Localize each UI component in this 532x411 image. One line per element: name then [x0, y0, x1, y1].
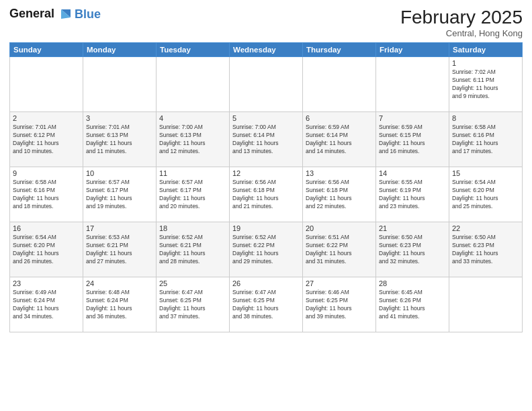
- calendar: Sunday Monday Tuesday Wednesday Thursday…: [9, 42, 523, 332]
- day-info: Sunrise: 6:50 AM Sunset: 6:23 PM Dayligh…: [379, 234, 446, 266]
- calendar-cell: [303, 57, 376, 112]
- day-number: 18: [159, 224, 226, 232]
- calendar-week-row: 23Sunrise: 6:49 AM Sunset: 6:24 PM Dayli…: [10, 277, 523, 332]
- calendar-week-row: 1Sunrise: 7:02 AM Sunset: 6:11 PM Daylig…: [10, 57, 523, 112]
- calendar-cell: [230, 57, 303, 112]
- col-friday: Friday: [376, 43, 449, 57]
- day-number: 8: [452, 114, 519, 122]
- calendar-cell: 10Sunrise: 6:57 AM Sunset: 6:17 PM Dayli…: [83, 167, 157, 222]
- day-info: Sunrise: 6:50 AM Sunset: 6:23 PM Dayligh…: [452, 234, 519, 266]
- day-number: 15: [452, 169, 519, 177]
- page: General Blue February 2025 Central, Hong…: [0, 0, 532, 411]
- col-saturday: Saturday: [449, 43, 523, 57]
- calendar-cell: 15Sunrise: 6:54 AM Sunset: 6:20 PM Dayli…: [449, 167, 523, 222]
- calendar-cell: [10, 57, 83, 112]
- day-info: Sunrise: 7:01 AM Sunset: 6:13 PM Dayligh…: [86, 124, 153, 156]
- day-number: 20: [306, 224, 373, 232]
- day-number: 10: [86, 169, 153, 177]
- calendar-cell: 22Sunrise: 6:50 AM Sunset: 6:23 PM Dayli…: [449, 222, 523, 277]
- logo-general: General: [9, 7, 54, 20]
- calendar-cell: 25Sunrise: 6:47 AM Sunset: 6:25 PM Dayli…: [157, 277, 230, 332]
- calendar-cell: 21Sunrise: 6:50 AM Sunset: 6:23 PM Dayli…: [376, 222, 449, 277]
- day-number: 24: [86, 279, 153, 287]
- col-sunday: Sunday: [10, 43, 83, 57]
- day-number: 17: [86, 224, 153, 232]
- calendar-cell: 5Sunrise: 7:00 AM Sunset: 6:14 PM Daylig…: [230, 112, 303, 167]
- day-number: 21: [379, 224, 446, 232]
- calendar-cell: 20Sunrise: 6:51 AM Sunset: 6:22 PM Dayli…: [303, 222, 376, 277]
- day-info: Sunrise: 6:46 AM Sunset: 6:25 PM Dayligh…: [306, 289, 373, 321]
- calendar-cell: 18Sunrise: 6:52 AM Sunset: 6:21 PM Dayli…: [157, 222, 230, 277]
- day-info: Sunrise: 6:54 AM Sunset: 6:20 PM Dayligh…: [452, 179, 519, 211]
- day-info: Sunrise: 6:57 AM Sunset: 6:17 PM Dayligh…: [86, 179, 153, 211]
- day-info: Sunrise: 7:00 AM Sunset: 6:13 PM Dayligh…: [159, 124, 226, 156]
- title-block: February 2025 Central, Hong Kong: [400, 7, 523, 38]
- calendar-cell: 8Sunrise: 6:58 AM Sunset: 6:16 PM Daylig…: [449, 112, 523, 167]
- day-info: Sunrise: 6:57 AM Sunset: 6:17 PM Dayligh…: [159, 179, 226, 211]
- day-info: Sunrise: 6:48 AM Sunset: 6:24 PM Dayligh…: [86, 289, 153, 321]
- calendar-cell: 4Sunrise: 7:00 AM Sunset: 6:13 PM Daylig…: [157, 112, 230, 167]
- calendar-cell: [83, 57, 157, 112]
- day-number: 16: [13, 224, 80, 232]
- calendar-cell: 12Sunrise: 6:56 AM Sunset: 6:18 PM Dayli…: [230, 167, 303, 222]
- day-info: Sunrise: 6:49 AM Sunset: 6:24 PM Dayligh…: [13, 289, 80, 321]
- day-number: 2: [13, 114, 80, 122]
- day-info: Sunrise: 7:01 AM Sunset: 6:12 PM Dayligh…: [13, 124, 80, 156]
- calendar-cell: 16Sunrise: 6:54 AM Sunset: 6:20 PM Dayli…: [10, 222, 83, 277]
- day-number: 28: [379, 279, 446, 287]
- day-number: 26: [232, 279, 300, 287]
- calendar-cell: 19Sunrise: 6:52 AM Sunset: 6:22 PM Dayli…: [230, 222, 303, 277]
- day-number: 3: [86, 114, 153, 122]
- col-tuesday: Tuesday: [157, 43, 230, 57]
- day-number: 7: [379, 114, 446, 122]
- day-info: Sunrise: 6:53 AM Sunset: 6:21 PM Dayligh…: [86, 234, 153, 266]
- day-number: 5: [232, 114, 300, 122]
- calendar-week-row: 2Sunrise: 7:01 AM Sunset: 6:12 PM Daylig…: [10, 112, 523, 167]
- calendar-cell: 7Sunrise: 6:59 AM Sunset: 6:15 PM Daylig…: [376, 112, 449, 167]
- day-number: 19: [232, 224, 300, 232]
- calendar-cell: 6Sunrise: 6:59 AM Sunset: 6:14 PM Daylig…: [303, 112, 376, 167]
- day-info: Sunrise: 6:58 AM Sunset: 6:16 PM Dayligh…: [13, 179, 80, 211]
- calendar-header-row: Sunday Monday Tuesday Wednesday Thursday…: [10, 43, 523, 57]
- calendar-cell: 9Sunrise: 6:58 AM Sunset: 6:16 PM Daylig…: [10, 167, 83, 222]
- calendar-cell: 23Sunrise: 6:49 AM Sunset: 6:24 PM Dayli…: [10, 277, 83, 332]
- day-number: 12: [232, 169, 300, 177]
- calendar-cell: 2Sunrise: 7:01 AM Sunset: 6:12 PM Daylig…: [10, 112, 83, 167]
- calendar-cell: 26Sunrise: 6:47 AM Sunset: 6:25 PM Dayli…: [230, 277, 303, 332]
- calendar-week-row: 9Sunrise: 6:58 AM Sunset: 6:16 PM Daylig…: [10, 167, 523, 222]
- calendar-cell: 11Sunrise: 6:57 AM Sunset: 6:17 PM Dayli…: [157, 167, 230, 222]
- calendar-cell: 27Sunrise: 6:46 AM Sunset: 6:25 PM Dayli…: [303, 277, 376, 332]
- day-info: Sunrise: 6:55 AM Sunset: 6:19 PM Dayligh…: [379, 179, 446, 211]
- day-number: 25: [159, 279, 226, 287]
- col-monday: Monday: [83, 43, 157, 57]
- day-number: 6: [306, 114, 373, 122]
- day-info: Sunrise: 6:52 AM Sunset: 6:21 PM Dayligh…: [159, 234, 226, 266]
- calendar-cell: 13Sunrise: 6:56 AM Sunset: 6:18 PM Dayli…: [303, 167, 376, 222]
- day-info: Sunrise: 6:59 AM Sunset: 6:14 PM Dayligh…: [306, 124, 373, 156]
- calendar-cell: 1Sunrise: 7:02 AM Sunset: 6:11 PM Daylig…: [449, 57, 523, 112]
- header: General Blue February 2025 Central, Hong…: [9, 7, 523, 38]
- logo-blue: Blue: [75, 7, 101, 21]
- day-info: Sunrise: 6:47 AM Sunset: 6:25 PM Dayligh…: [159, 289, 226, 321]
- day-number: 11: [159, 169, 226, 177]
- day-info: Sunrise: 6:45 AM Sunset: 6:26 PM Dayligh…: [379, 289, 446, 321]
- day-info: Sunrise: 6:56 AM Sunset: 6:18 PM Dayligh…: [232, 179, 300, 211]
- calendar-cell: [376, 57, 449, 112]
- calendar-cell: [157, 57, 230, 112]
- day-number: 22: [452, 224, 519, 232]
- day-number: 27: [306, 279, 373, 287]
- day-number: 14: [379, 169, 446, 177]
- day-number: 13: [306, 169, 373, 177]
- calendar-cell: 17Sunrise: 6:53 AM Sunset: 6:21 PM Dayli…: [83, 222, 157, 277]
- calendar-cell: 3Sunrise: 7:01 AM Sunset: 6:13 PM Daylig…: [83, 112, 157, 167]
- day-number: 9: [13, 169, 80, 177]
- calendar-cell: 28Sunrise: 6:45 AM Sunset: 6:26 PM Dayli…: [376, 277, 449, 332]
- day-number: 4: [159, 114, 226, 122]
- day-info: Sunrise: 6:51 AM Sunset: 6:22 PM Dayligh…: [306, 234, 373, 266]
- day-info: Sunrise: 6:47 AM Sunset: 6:25 PM Dayligh…: [232, 289, 300, 321]
- day-number: 1: [452, 59, 519, 67]
- calendar-week-row: 16Sunrise: 6:54 AM Sunset: 6:20 PM Dayli…: [10, 222, 523, 277]
- calendar-cell: 24Sunrise: 6:48 AM Sunset: 6:24 PM Dayli…: [83, 277, 157, 332]
- day-info: Sunrise: 6:59 AM Sunset: 6:15 PM Dayligh…: [379, 124, 446, 156]
- location: Central, Hong Kong: [400, 28, 523, 38]
